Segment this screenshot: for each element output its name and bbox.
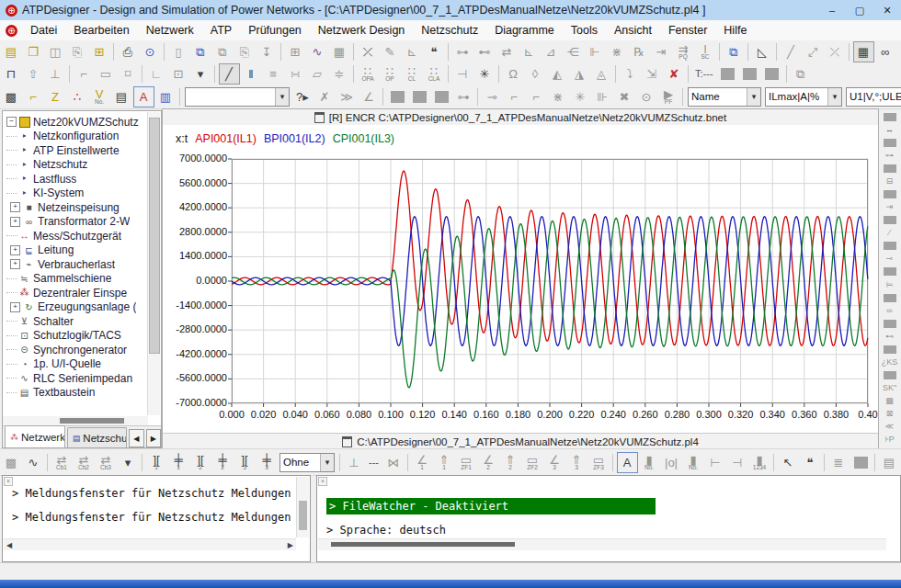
close-button[interactable]: ✕ (873, 0, 901, 20)
breaker1-icon[interactable]: ╪1 (168, 452, 189, 473)
scroll-tabs-left-icon[interactable]: ◀ (129, 429, 143, 447)
tree-item-netzschutz[interactable]: ‣Netzschutz (3, 158, 146, 173)
ground-template-icon[interactable]: ⊥ (45, 63, 66, 85)
tree-horizontal-scrollbar[interactable] (3, 416, 148, 425)
menu-netzschutz[interactable]: Netzschutz (413, 20, 486, 40)
impedance-box-icon[interactable]: ▱ (307, 63, 328, 85)
step-edit2-icon[interactable]: ⌐ (526, 86, 547, 107)
combo-arrow-icon[interactable]: ▾ (320, 454, 334, 471)
tree-expand-icon[interactable]: + (10, 217, 20, 227)
callout-icon[interactable]: ❝ (800, 452, 821, 473)
result-grid-icon[interactable]: ▦ (329, 41, 350, 62)
tree-item-verbraucherlast[interactable]: +⌁Verbraucherlast (3, 257, 146, 272)
panel-grip-icon[interactable]: × (318, 477, 327, 486)
z-impedance-icon[interactable]: Z (45, 86, 66, 107)
curve-region-icon[interactable]: ▩ (880, 395, 900, 408)
rt-swatch-10[interactable] (880, 343, 900, 356)
tree-item-lastfluss[interactable]: ‣Lastfluss (3, 172, 146, 187)
rotate-icon[interactable]: ◬ (591, 63, 612, 85)
plot-curves-icon[interactable]: ∿ (307, 41, 328, 62)
tab-netzwerk[interactable]: ⁂Netzwerk (5, 425, 65, 447)
bus-draw-icon[interactable]: ⌐ (23, 86, 44, 107)
eraser-icon[interactable]: ◊ (525, 63, 546, 85)
select-dropdown-icon[interactable]: ▾ (190, 63, 211, 85)
edit-properties-icon[interactable]: ✎ (380, 41, 401, 62)
tree-item-1p-u-i-quelle[interactable]: ◔1p. U/I-Quelle (3, 357, 146, 372)
tree-item-leitung[interactable]: +⊑Leitung (3, 243, 146, 258)
delete-region-icon[interactable]: ⊠ (880, 408, 900, 421)
fall-step-icon[interactable]: ⊿ (541, 41, 562, 62)
tree-item-netzkonfiguration[interactable]: ‣Netzkonfiguration (3, 130, 146, 144)
rt-swatch-5[interactable] (880, 214, 900, 227)
draw-segment-icon[interactable]: ⤢ (803, 41, 824, 62)
scroll-right-icon[interactable]: ▶ (288, 541, 293, 549)
text-a-icon[interactable]: A (617, 452, 638, 473)
tree-item-netzeinspeisung[interactable]: +■Netzeinspeisung (3, 200, 146, 215)
pf-icon[interactable]: ▶PF (658, 86, 679, 107)
node-number-icon[interactable]: ∴ (67, 86, 88, 107)
scrollbar-thumb[interactable] (60, 418, 124, 424)
zf1-icon[interactable]: ▭ZF1 (456, 452, 477, 473)
step-edit-icon[interactable]: ⌐ (504, 86, 525, 107)
mesh-icon[interactable]: ✳ (474, 63, 496, 85)
report-icon[interactable]: ▤ (111, 86, 132, 107)
menu-hilfe[interactable]: Hilfe (715, 20, 755, 40)
draw-line-icon[interactable]: ╱ (781, 41, 802, 62)
view-options-icon[interactable]: ∞ (875, 41, 896, 62)
delete-node-icon[interactable]: ✖ (614, 86, 635, 107)
menu-diagramme[interactable]: Diagramme (486, 20, 563, 40)
simulation-settings-icon[interactable]: ⊞ (285, 41, 306, 62)
bowtie-icon[interactable]: ⋈ (383, 452, 405, 473)
cb-dropdown-icon[interactable]: ▾ (118, 452, 139, 473)
node-insert-icon[interactable]: ⊩ (585, 41, 606, 62)
abort-icon[interactable]: ✗ (314, 86, 336, 107)
cla-icon[interactable]: ∷CLA (424, 63, 445, 85)
tree-item-schalter[interactable]: ⊻Schalter (3, 314, 146, 329)
z1-icon[interactable]: ∠1 (412, 452, 433, 473)
up3-icon[interactable]: ⇑3 (566, 452, 587, 473)
hatch-pattern-icon[interactable]: ▩ (1, 86, 22, 107)
new-sheet-icon[interactable]: ▯ (168, 41, 189, 62)
up1-icon[interactable]: ⇑1 (434, 452, 455, 473)
project-tree-icon[interactable]: ⊞ (89, 41, 110, 62)
scrollbar-thumb[interactable] (149, 118, 160, 354)
run-check-icon[interactable]: ?▸ (292, 86, 314, 107)
minimize-button[interactable]: – (818, 0, 846, 20)
impedance-symbol-icon[interactable]: ⊟ (880, 175, 900, 187)
hatch-small-icon[interactable]: ▩ (1, 452, 22, 473)
tree-item-dezentraler-einspe[interactable]: ⁂Dezentraler Einspe (3, 286, 146, 300)
zf2-icon[interactable]: ▭ZF2 (522, 452, 543, 473)
save-icon[interactable]: ◫ (45, 41, 66, 62)
copy-sheet-icon[interactable]: ⧉ (190, 41, 211, 62)
z-plot-icon[interactable]: ∠ (359, 86, 380, 107)
rt-swatch-1[interactable] (880, 110, 900, 123)
message-horizontal-scrollbar[interactable]: ◀ ▶ (4, 538, 296, 550)
grid-toggle-icon[interactable]: ▦ (853, 41, 874, 62)
zf3-icon[interactable]: ▭ZF3 (588, 452, 610, 473)
phase-c-swatch[interactable] (761, 63, 782, 85)
import-sheet-icon[interactable]: ↧ (257, 41, 278, 62)
line-mode-icon[interactable]: ╱ (219, 63, 240, 85)
net-cut-icon[interactable]: ⋇ (607, 41, 628, 62)
tree-item-mess-schutzger-t[interactable]: ↔Mess/Schutzgerät (3, 229, 146, 243)
result-swatch[interactable] (850, 452, 872, 473)
ks-label-icon[interactable]: ¿KS (880, 356, 900, 368)
z2-icon[interactable]: ∠2 (478, 452, 499, 473)
rt-swatch-3[interactable] (880, 162, 900, 175)
double-bus-icon[interactable]: ≡ (263, 63, 284, 85)
open-file-icon[interactable]: ❐ (23, 41, 44, 62)
region-select-icon[interactable]: ⊡ (168, 63, 189, 85)
net-block-icon[interactable]: ⊶ (453, 86, 474, 107)
waveform-icon[interactable]: ∿ (23, 452, 44, 473)
load-node-icon[interactable]: ⊨ (880, 278, 900, 291)
menu-atp[interactable]: ATP (202, 20, 240, 40)
rt-swatch-4[interactable] (880, 187, 900, 200)
rt-swatch-7[interactable] (880, 266, 900, 278)
node-connect-icon[interactable]: ⊶ (452, 41, 473, 62)
rise-step-icon[interactable]: ⊾ (519, 41, 540, 62)
preview-swatch-1[interactable] (387, 86, 408, 107)
cb2-icon[interactable]: ⇄Cb2 (74, 452, 95, 473)
dot-node-icon[interactable]: ⊙ (636, 86, 657, 107)
scroll-tabs-right-icon[interactable]: ▶ (146, 429, 161, 447)
frame-icon[interactable]: ▭ (96, 63, 117, 85)
